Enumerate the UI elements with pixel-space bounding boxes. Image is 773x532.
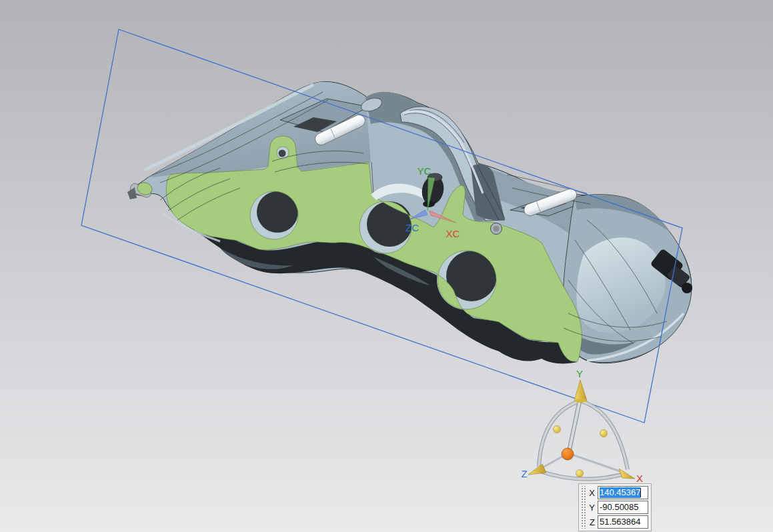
x-axis-arrow[interactable] [619, 469, 635, 479]
rotate-ball-yx[interactable] [600, 430, 608, 437]
z-coordinate-input[interactable]: 51.563864 [598, 515, 648, 529]
panel-drag-handle[interactable] [580, 486, 586, 529]
wcs-yc-label: YC [418, 165, 432, 177]
y-arrow-base [575, 399, 587, 403]
coordinate-rows: X 140.45367 Y -90.50085 Z 51.563864 [588, 486, 648, 529]
manipulator-z-label: Z [521, 468, 527, 479]
x-coordinate-input[interactable]: 140.45367 [598, 486, 648, 499]
wcs-zc-label: ZC [406, 222, 419, 233]
y-axis-shaft-highlight [569, 401, 580, 452]
3d-viewport[interactable]: YC ZC XC Y [0, 0, 773, 532]
cad-viewport[interactable]: { "wcs": { "x_label": "XC", "y_label": "… [0, 0, 773, 532]
coordinate-row-y: Y -90.50085 [588, 501, 648, 514]
origin-ball[interactable] [562, 448, 574, 460]
axis-spokes [543, 453, 620, 471]
y-coordinate-value: -90.50085 [600, 502, 639, 513]
rotation-arcs[interactable] [539, 401, 628, 479]
z-coordinate-value: 51.563864 [600, 517, 640, 527]
rotate-ball-zx[interactable] [576, 470, 584, 477]
rotate-ball-zy[interactable] [554, 426, 561, 433]
coordinate-row-x: X 140.45367 [588, 486, 648, 499]
y-axis-arrow[interactable] [574, 380, 587, 401]
z-field-label: Z [588, 517, 595, 527]
y-field-label: Y [588, 503, 595, 513]
coordinate-row-z: Z 51.563864 [588, 515, 648, 529]
x-field-label: X [588, 488, 595, 498]
manipulator-y-label: Y [576, 368, 583, 379]
manipulator-x-label: X [636, 473, 643, 484]
y-coordinate-input[interactable]: -90.50085 [598, 501, 648, 514]
mount-bolt-center [494, 226, 500, 232]
orientation-manipulator[interactable]: Y Z X [521, 368, 643, 484]
wcs-xc-label: XC [446, 228, 460, 239]
text-caret [640, 488, 641, 497]
x-coordinate-value: 140.45367 [600, 487, 640, 498]
coordinate-input-panel[interactable]: X 140.45367 Y -90.50085 Z 51.563864 [578, 483, 652, 531]
